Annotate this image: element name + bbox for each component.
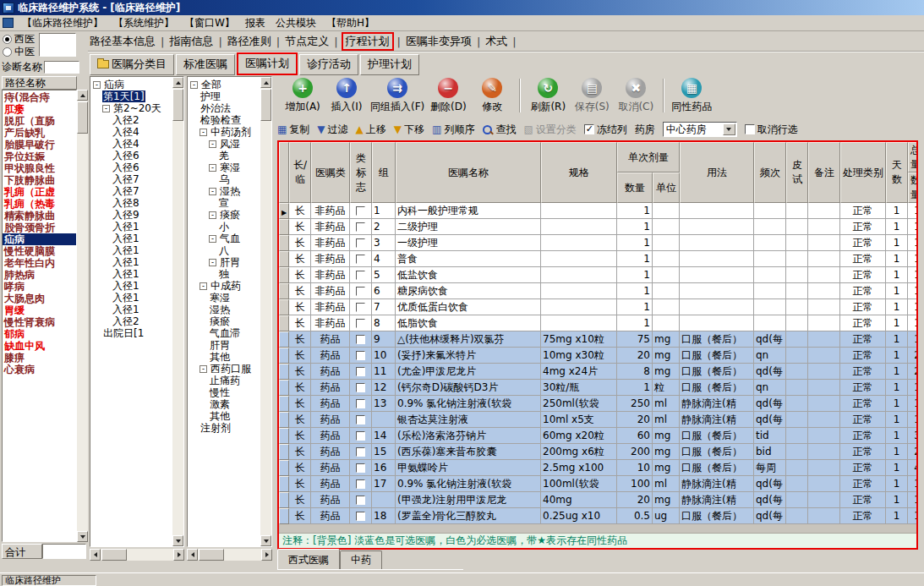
row-selector[interactable] <box>279 412 289 428</box>
tree-item[interactable]: -寒湿 <box>189 162 260 173</box>
row-selector[interactable] <box>279 460 289 476</box>
cell-unit[interactable]: mg <box>653 460 680 476</box>
tree-item[interactable]: -中药汤剂 <box>189 126 260 138</box>
cell-long-term[interactable]: 长 <box>289 412 311 428</box>
tree-item[interactable]: 护理 <box>189 90 260 102</box>
cell-usage[interactable]: 静脉滴注(精 <box>680 412 754 428</box>
tree-item[interactable]: 入径4 <box>91 138 172 150</box>
cell-usage[interactable] <box>680 283 754 299</box>
cell-long-term[interactable]: 长 <box>289 283 311 299</box>
cell-group[interactable]: 1 <box>372 203 396 219</box>
cell-days[interactable]: 1 <box>886 235 908 251</box>
cell-order-name[interactable]: (罗盖全)骨化三醇胶丸 <box>396 508 541 524</box>
cell-freq[interactable]: qd(每 <box>754 412 786 428</box>
cancel-row-select-checkbox[interactable]: 取消行选 <box>745 123 798 137</box>
main-tab-1[interactable]: 路径基本信息 <box>88 34 157 49</box>
cell-freq[interactable]: qd(每 <box>754 396 786 412</box>
cell-group[interactable]: 2 <box>372 219 396 235</box>
row-selector[interactable] <box>279 428 289 444</box>
tree-item[interactable]: 入径1 <box>91 256 172 268</box>
cell-unit[interactable]: ml <box>653 476 680 492</box>
cell-long-term[interactable]: 长 <box>289 267 311 283</box>
cell-remark[interactable] <box>808 315 840 331</box>
collapse-icon[interactable]: - <box>200 129 207 136</box>
cell-flag[interactable] <box>350 476 372 492</box>
cell-order-type[interactable]: 非药品 <box>311 251 350 267</box>
cell-order-name[interactable]: 糖尿病饮食 <box>396 283 541 299</box>
cell-skin-test[interactable] <box>786 299 808 315</box>
cell-process-type[interactable]: 正常 <box>840 235 886 251</box>
cell-usage[interactable]: 口服（餐后） <box>680 364 754 380</box>
cell-process-type[interactable]: 正常 <box>840 396 886 412</box>
cell-group[interactable]: 7 <box>372 299 396 315</box>
cell-order-name[interactable]: (甲强龙)注射用甲泼尼龙 <box>396 492 541 508</box>
delete-button[interactable]: −删除(D) <box>428 76 468 116</box>
cell-qty[interactable]: 1 <box>617 235 653 251</box>
cell-long-term[interactable]: 长 <box>289 348 311 364</box>
vertical-scrollbar[interactable] <box>172 77 183 546</box>
row-selector-header[interactable] <box>279 142 289 203</box>
row-selector[interactable] <box>279 396 289 412</box>
cell-remark[interactable] <box>808 412 840 428</box>
cell-freq[interactable] <box>754 267 786 283</box>
freeze-columns-checkbox[interactable]: 冻结列 <box>584 123 627 137</box>
row-selector[interactable] <box>279 315 289 331</box>
cell-process-type[interactable]: 正常 <box>840 251 886 267</box>
cell-freq[interactable]: qd(每 <box>754 364 786 380</box>
radio-option-1[interactable]: 西医 <box>2 33 35 46</box>
cell-long-term[interactable]: 长 <box>289 203 311 219</box>
col-header-total-qty[interactable]: 数量 <box>908 173 916 203</box>
menu-item[interactable]: 【系统维护】 <box>108 15 179 31</box>
cell-qty[interactable]: 100 <box>617 476 653 492</box>
cell-flag[interactable] <box>350 396 372 412</box>
col-header-qty[interactable]: 数量 <box>617 173 653 203</box>
pathway-list-item[interactable]: 缺血中风 <box>3 340 76 352</box>
tree-item[interactable]: 其他 <box>189 351 260 363</box>
cell-days[interactable]: 1 <box>886 380 908 396</box>
cell-flag[interactable] <box>350 412 372 428</box>
cell-usage[interactable]: 口服（餐后） <box>680 444 754 460</box>
cell-unit[interactable]: ml <box>653 412 680 428</box>
row-selector[interactable] <box>279 508 289 524</box>
cell-unit[interactable] <box>653 251 680 267</box>
cell-total-qty[interactable]: 2 <box>908 444 916 460</box>
collapse-icon[interactable]: - <box>209 211 216 219</box>
tree-item[interactable]: 入径7 <box>91 173 172 185</box>
tree-item[interactable]: 入径9 <box>91 209 172 221</box>
menu-item[interactable]: 【窗口W】 <box>179 15 240 31</box>
tree-item[interactable]: -西药口服 <box>189 363 260 375</box>
pathway-list-item[interactable]: 肺热病 <box>3 269 76 281</box>
cell-order-name[interactable]: 低盐饮食 <box>396 267 541 283</box>
cell-skin-test[interactable] <box>786 283 808 299</box>
cell-process-type[interactable]: 正常 <box>840 267 886 283</box>
col-header-process-type[interactable]: 处理类别 <box>840 142 886 203</box>
cell-unit[interactable]: mg <box>653 428 680 444</box>
cell-process-type[interactable]: 正常 <box>840 460 886 476</box>
cell-total-qty[interactable]: 2 <box>908 348 916 364</box>
group-insert-button[interactable]: ⇉同组插入(F) <box>370 76 424 116</box>
cell-qty[interactable]: 20 <box>617 412 653 428</box>
tree-item[interactable]: 止痛药 <box>189 375 260 386</box>
tree-item[interactable]: -风湿 <box>189 138 260 150</box>
collapse-icon[interactable]: - <box>190 81 198 89</box>
cell-order-name[interactable]: (尤金)甲泼尼龙片 <box>396 364 541 380</box>
tree-item[interactable]: 八 <box>189 244 260 256</box>
cell-spec[interactable]: 10ml x5支 <box>541 412 617 428</box>
cell-qty[interactable]: 8 <box>617 364 653 380</box>
row-selector[interactable]: ▶ <box>279 203 289 219</box>
cell-qty[interactable]: 1 <box>617 283 653 299</box>
sub-tab-2[interactable]: 标准医嘱 <box>176 54 235 75</box>
cell-group[interactable]: 13 <box>372 396 396 412</box>
cell-qty[interactable]: 1 <box>617 203 653 219</box>
cell-order-name[interactable]: (妥抒)来氟米特片 <box>396 348 541 364</box>
cell-order-name[interactable]: 低脂饮食 <box>396 315 541 331</box>
cell-days[interactable]: 1 <box>886 299 908 315</box>
cell-flag[interactable] <box>350 283 372 299</box>
scrollbar-thumb[interactable] <box>77 101 88 134</box>
scroll-down-button[interactable] <box>77 531 88 542</box>
row-selector[interactable] <box>279 219 289 235</box>
sub-tab-3[interactable]: 医嘱计划 <box>237 52 298 75</box>
row-selector[interactable] <box>279 492 289 508</box>
cell-qty[interactable]: 10 <box>617 460 653 476</box>
tree-item[interactable]: 宣 <box>189 197 260 209</box>
